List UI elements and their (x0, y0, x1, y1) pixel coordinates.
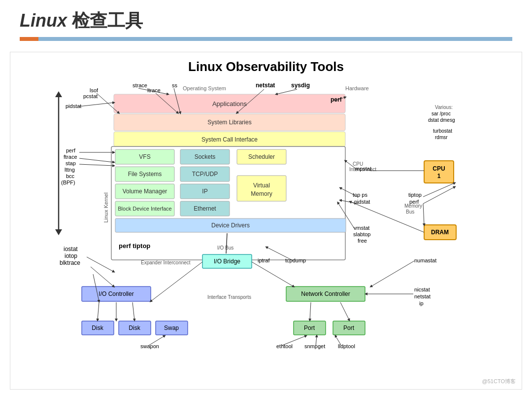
svg-text:ip: ip (419, 300, 424, 306)
svg-text:strace: strace (133, 82, 147, 88)
svg-text:perf: perf (409, 199, 419, 205)
svg-text:System Call Interface: System Call Interface (201, 136, 258, 143)
diagram-container: Linux Observability Tools Operating Syst… (10, 52, 522, 390)
svg-text:mpstat: mpstat (355, 166, 371, 172)
svg-line-139 (151, 262, 202, 301)
svg-text:nicstat: nicstat (414, 287, 430, 292)
svg-text:Applications: Applications (212, 100, 247, 108)
svg-text:Scheduler: Scheduler (248, 153, 275, 160)
title-rest: 检查工具 (72, 10, 143, 31)
diagram-title: Linux Observability Tools (10, 52, 522, 78)
svg-text:Device Drivers: Device Drivers (211, 222, 250, 229)
color-bar (20, 37, 512, 41)
svg-text:Ethernet: Ethernet (194, 205, 216, 212)
svg-text:iptraf: iptraf (258, 257, 270, 263)
svg-text:numastat: numastat (414, 257, 436, 263)
svg-line-130 (281, 336, 306, 346)
svg-text:bcc: bcc (66, 173, 75, 179)
svg-line-110 (276, 89, 297, 94)
svg-line-114 (79, 158, 114, 162)
svg-text:ethtool: ethtool (276, 343, 293, 349)
svg-marker-62 (55, 91, 62, 97)
svg-line-115 (79, 164, 114, 166)
svg-text:Port: Port (343, 325, 355, 331)
svg-text:I/O Bus: I/O Bus (217, 245, 233, 251)
svg-text:vmstat: vmstat (354, 225, 369, 231)
svg-text:Various:: Various: (435, 105, 453, 110)
svg-text:I/O Controller: I/O Controller (99, 290, 133, 297)
svg-text:snmpget: snmpget (304, 343, 325, 349)
svg-line-138 (340, 302, 349, 320)
diagram-svg-wrap: Operating System Hardware Applications S… (10, 79, 522, 389)
svg-line-134 (98, 302, 99, 320)
svg-text:sar /proc: sar /proc (432, 111, 451, 116)
svg-text:pidstat: pidstat (66, 103, 81, 109)
svg-text:Hardware: Hardware (345, 85, 369, 91)
svg-text:Bus: Bus (406, 209, 414, 215)
svg-text:File Systems: File Systems (128, 171, 162, 178)
svg-text:turbostat: turbostat (433, 128, 452, 134)
svg-text:Linux Kernel: Linux Kernel (103, 192, 109, 222)
blue-segment (38, 37, 512, 41)
svg-text:Disk: Disk (92, 325, 103, 331)
svg-text:sysdig: sysdig (291, 82, 310, 89)
svg-text:perf: perf (66, 147, 76, 153)
svg-text:VFS: VFS (139, 153, 150, 160)
svg-text:perf: perf (331, 96, 342, 103)
watermark: @51CTO博客 (482, 378, 516, 385)
svg-text:Memory: Memory (251, 190, 272, 197)
svg-text:tiptop: tiptop (408, 192, 422, 198)
svg-line-136 (133, 302, 134, 320)
svg-text:blktrace: blktrace (60, 259, 80, 266)
svg-text:Network Controller: Network Controller (301, 290, 350, 297)
title-linux: Linux (20, 10, 67, 31)
page-container: Linux 检查工具 Linux Observability Tools Ope… (0, 0, 532, 397)
svg-text:dstat dmesg: dstat dmesg (428, 117, 455, 123)
svg-text:Expander Interconnect: Expander Interconnect (141, 260, 191, 265)
svg-line-128 (266, 247, 294, 261)
svg-text:IP: IP (202, 188, 207, 195)
svg-text:lttng: lttng (65, 167, 75, 173)
svg-line-122 (423, 187, 455, 204)
svg-text:stap: stap (66, 160, 76, 166)
svg-text:Virtual: Virtual (253, 182, 270, 189)
svg-line-112 (78, 103, 114, 107)
svg-text:netstat: netstat (414, 293, 431, 299)
svg-text:CPU: CPU (432, 165, 445, 172)
svg-text:System Libraries: System Libraries (207, 119, 251, 126)
svg-text:Disk: Disk (129, 325, 140, 331)
svg-text:ftrace: ftrace (64, 154, 77, 160)
svg-text:Volume Manager: Volume Manager (123, 188, 167, 195)
svg-text:perf tiptop: perf tiptop (119, 242, 150, 250)
svg-line-126 (423, 204, 424, 225)
orange-segment (20, 37, 38, 41)
svg-text:Interface Transports: Interface Transports (207, 294, 251, 300)
svg-text:iostat: iostat (64, 246, 78, 253)
svg-text:slabtop: slabtop (353, 231, 370, 237)
svg-line-121 (423, 183, 455, 197)
svg-text:netstat: netstat (256, 82, 275, 89)
svg-text:pcstat: pcstat (83, 93, 98, 99)
svg-line-140 (252, 262, 294, 287)
svg-marker-63 (55, 229, 62, 235)
svg-text:DRAM: DRAM (431, 229, 449, 236)
main-diagram-svg: Operating System Hardware Applications S… (10, 79, 522, 388)
svg-text:Operating System: Operating System (183, 85, 226, 91)
svg-text:1: 1 (437, 173, 441, 180)
svg-text:Swap: Swap (164, 325, 179, 331)
svg-text:(BPF): (BPF) (61, 180, 75, 185)
svg-text:lsof: lsof (90, 87, 99, 93)
page-title: Linux 检查工具 (20, 9, 512, 33)
svg-text:rdmsr: rdmsr (435, 135, 448, 140)
svg-text:swapon: swapon (140, 343, 159, 349)
svg-text:free: free (358, 238, 367, 244)
svg-line-137 (310, 302, 311, 320)
svg-text:Sockets: Sockets (195, 153, 216, 160)
svg-text:Block Device Interface: Block Device Interface (118, 206, 171, 212)
svg-text:Port: Port (304, 325, 315, 331)
svg-line-116 (87, 257, 114, 272)
svg-text:I/O Bridge: I/O Bridge (214, 258, 240, 265)
svg-line-142 (371, 261, 414, 287)
svg-text:TCP/UDP: TCP/UDP (192, 171, 218, 178)
svg-text:ss: ss (172, 82, 178, 88)
